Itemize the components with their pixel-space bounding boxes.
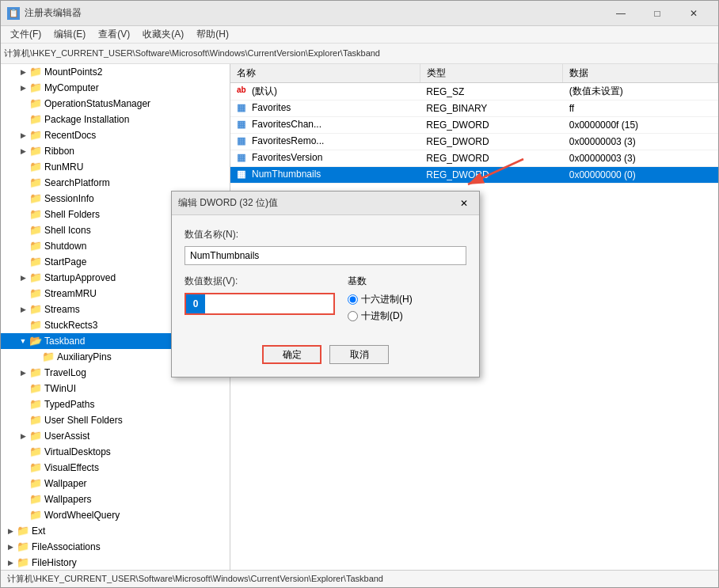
value-data-input[interactable]	[205, 294, 333, 313]
dialog-row: 数值数据(V): 0 基数 十六进制(H) 十进制(D)	[185, 275, 466, 326]
tree-item[interactable]: 📁VisualEffects	[1, 460, 230, 476]
tree-item[interactable]: 📁OperationStatusManager	[1, 96, 230, 112]
tree-item-label: Ext	[32, 525, 45, 537]
reg-data-cell: 0x0000000f (15)	[563, 117, 718, 134]
reg-type-cell: REG_DWORD	[420, 134, 563, 150]
tree-item[interactable]: 📁VirtualDesktops	[1, 444, 230, 460]
tree-item-label: Wallpaper	[44, 478, 87, 489]
dialog-close-button[interactable]: ✕	[455, 195, 473, 212]
main-window: 📋 注册表编辑器 — □ ✕ 文件(F) 编辑(E) 查看(V) 收藏夹(A) …	[0, 0, 719, 588]
reg-type-cell: REG_SZ	[420, 83, 563, 101]
tree-toggle-icon	[17, 97, 29, 110]
tree-toggle-icon[interactable]: ▶	[17, 271, 29, 284]
folder-icon: 📂	[29, 335, 42, 347]
table-row[interactable]: ▦FavoritesChan...REG_DWORD0x0000000f (15…	[230, 117, 718, 134]
menu-edit[interactable]: 编辑(E)	[48, 26, 92, 43]
reg-type-icon: ab	[237, 85, 249, 98]
table-row[interactable]: ▦FavoritesVersionREG_DWORD0x00000003 (3)	[230, 150, 718, 167]
tree-item[interactable]: 📁Wallpaper	[1, 476, 230, 491]
tree-item[interactable]: ▶📁FileAssociations	[1, 539, 230, 555]
tree-item[interactable]: ▶📁UserAssist	[1, 428, 230, 444]
minimize-button[interactable]: —	[603, 1, 639, 26]
tree-item-label: SessionInfo	[44, 193, 94, 204]
col-name: 名称	[230, 64, 420, 83]
table-row[interactable]: ▦FavoritesREG_BINARYff	[230, 101, 718, 117]
tree-item-label: Wallpapers	[44, 494, 92, 505]
tree-toggle-icon	[17, 319, 29, 332]
reg-type-cell: REG_DWORD	[420, 150, 563, 167]
tree-toggle-icon[interactable]: ▶	[4, 556, 17, 569]
tree-item[interactable]: ▶📁MountPoints2	[1, 64, 230, 80]
folder-icon: 📁	[29, 271, 42, 284]
tree-item[interactable]: 📁Wallpapers	[1, 491, 230, 507]
dec-label: 十进制(D)	[361, 309, 403, 323]
menu-favorites[interactable]: 收藏夹(A)	[136, 26, 190, 43]
registry-table: 名称 类型 数据 ab(默认)REG_SZ(数值未设置)▦FavoritesRE…	[230, 64, 718, 184]
tree-item[interactable]: 📁TypedPaths	[1, 396, 230, 412]
tree-toggle-icon[interactable]: ▶	[4, 541, 17, 553]
tree-toggle-icon[interactable]: ▶	[17, 82, 29, 94]
tree-item[interactable]: ▶📁RecentDocs	[1, 127, 230, 143]
tree-toggle-icon[interactable]: ▶	[17, 145, 29, 157]
tree-item-label: FileHistory	[32, 557, 77, 568]
tree-toggle-icon[interactable]: ▶	[17, 366, 29, 379]
tree-toggle-icon	[17, 192, 29, 205]
folder-icon: 📁	[29, 461, 42, 474]
tree-toggle-icon	[17, 493, 29, 506]
value-name-input[interactable]	[185, 246, 466, 265]
dec-radio-row: 十进制(D)	[348, 309, 466, 323]
tree-item[interactable]: ▶📁Ribbon	[1, 143, 230, 159]
folder-icon: 📁	[29, 129, 42, 142]
tree-item-label: Shell Folders	[44, 209, 100, 220]
folder-icon: 📁	[29, 446, 42, 458]
reg-type-cell: REG_DWORD	[420, 167, 563, 184]
tree-toggle-icon[interactable]: ▶	[17, 430, 29, 442]
tree-item-label: UserAssist	[44, 431, 89, 442]
menu-view[interactable]: 查看(V)	[92, 26, 136, 43]
dec-radio[interactable]	[348, 311, 358, 321]
tree-item-label: StreamMRU	[44, 288, 97, 299]
tree-item[interactable]: 📁RunMRU	[1, 159, 230, 175]
tree-toggle-icon[interactable]: ▶	[17, 129, 29, 142]
close-button[interactable]: ✕	[675, 1, 712, 26]
table-row[interactable]: ▦NumThumbnailsREG_DWORD0x00000000 (0)	[230, 167, 718, 184]
tree-toggle-icon[interactable]: ▶	[17, 66, 29, 78]
tree-toggle-icon[interactable]: ▶	[17, 303, 29, 316]
menu-file[interactable]: 文件(F)	[4, 26, 48, 43]
tree-toggle-icon[interactable]: ▼	[17, 335, 29, 347]
tree-item[interactable]: 📁WordWheelQuery	[1, 507, 230, 523]
tree-item[interactable]: 📁SearchPlatform	[1, 175, 230, 191]
tree-item-label: RunMRU	[44, 161, 83, 173]
reg-type-icon: ▦	[237, 119, 249, 131]
table-row[interactable]: ▦FavoritesRemo...REG_DWORD0x00000003 (3)	[230, 134, 718, 150]
tree-item[interactable]: 📁User Shell Folders	[1, 412, 230, 428]
table-row[interactable]: ab(默认)REG_SZ(数值未设置)	[230, 83, 718, 101]
menu-help[interactable]: 帮助(H)	[190, 26, 235, 43]
tree-item-label: User Shell Folders	[44, 415, 123, 426]
tree-item-label: Shutdown	[44, 241, 86, 252]
tree-item-label: MyComputer	[44, 82, 99, 93]
cancel-button[interactable]: 取消	[329, 345, 389, 364]
reg-name-cell: ▦FavoritesVersion	[230, 150, 420, 167]
tree-item[interactable]: ▶📁FileHistory	[1, 555, 230, 570]
folder-icon: 📁	[29, 414, 42, 427]
tree-item[interactable]: ▶📁Ext	[1, 523, 230, 539]
tree-toggle-icon[interactable]: ▶	[4, 525, 17, 537]
maximize-button[interactable]: □	[639, 1, 675, 26]
tree-item[interactable]: 📁TWinUI	[1, 381, 230, 396]
tree-item-label: TypedPaths	[44, 399, 94, 410]
tree-item-label: VirtualDesktops	[44, 446, 111, 457]
value-name-label: 数值名称(N):	[185, 228, 466, 241]
folder-icon: 📁	[17, 525, 29, 537]
folder-icon: 📁	[17, 541, 29, 553]
base-group: 基数 十六进制(H) 十进制(D)	[348, 275, 466, 326]
folder-icon: 📁	[29, 82, 42, 94]
tree-item[interactable]: 📁Package Installation	[1, 112, 230, 127]
address-text: 计算机\HKEY_CURRENT_USER\Software\Microsoft…	[4, 47, 380, 59]
tree-toggle-icon	[17, 382, 29, 395]
base-label: 基数	[348, 275, 466, 288]
tree-item[interactable]: ▶📁MyComputer	[1, 80, 230, 96]
ok-button[interactable]: 确定	[262, 345, 321, 364]
folder-icon: 📁	[29, 208, 42, 221]
hex-radio[interactable]	[348, 294, 358, 305]
